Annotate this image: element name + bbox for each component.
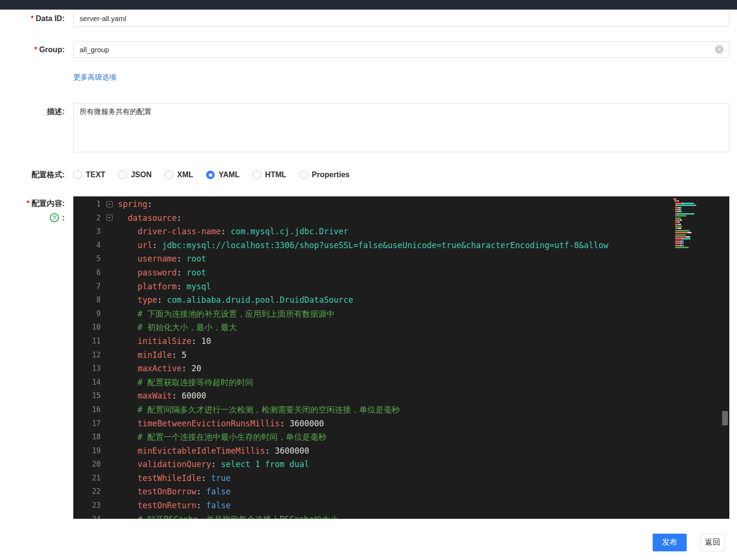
line-number: 6 — [73, 266, 101, 280]
description-label: 描述: — [0, 107, 65, 117]
editor-line[interactable]: 18 # 配置一个连接在池中最小生存的时间，单位是毫秒 — [73, 430, 729, 444]
group-label: *Group: — [0, 41, 65, 58]
editor-line[interactable]: 3 driver-class-name: com.mysql.cj.jdbc.D… — [73, 225, 729, 239]
editor-line[interactable]: 12 minIdle: 5 — [73, 348, 729, 362]
format-radio-yaml[interactable]: YAML — [206, 171, 240, 179]
editor-line[interactable]: 14 # 配置获取连接等待超时的时间 — [73, 376, 729, 389]
fold-icon[interactable]: − — [101, 197, 118, 211]
radio-circle-icon[interactable] — [118, 171, 127, 179]
editor-line[interactable]: 5 username: root — [73, 252, 729, 266]
clear-icon[interactable]: ✕ — [715, 45, 724, 54]
line-number: 16 — [73, 403, 101, 417]
editor-line[interactable]: 21 testWhileIdle: true — [73, 471, 729, 485]
content-help-row: ? : — [0, 213, 65, 222]
code-text: testOnReturn: false — [118, 499, 729, 513]
format-radio-xml[interactable]: XML — [164, 171, 193, 179]
code-text: minIdle: 5 — [118, 348, 729, 362]
editor-line[interactable]: 1−spring: — [73, 197, 729, 211]
fold-spacer — [101, 444, 118, 458]
radio-circle-icon[interactable] — [164, 171, 173, 179]
format-radio-properties[interactable]: Properties — [299, 171, 350, 179]
fold-spacer — [101, 376, 118, 389]
line-number: 7 — [73, 280, 101, 294]
fold-spacer — [101, 403, 118, 417]
code-text: password: root — [118, 266, 729, 280]
line-number: 5 — [73, 252, 101, 266]
editor-line[interactable]: 24 # 打开PSCache，并且指定每个连接上PSCache的大小 — [73, 513, 729, 519]
editor-line[interactable]: 22 testOnBorrow: false — [73, 485, 729, 499]
editor-line[interactable]: 7 platform: mysql — [73, 280, 729, 294]
code-text: maxWait: 60000 — [118, 389, 729, 403]
line-number: 22 — [73, 485, 101, 499]
data-id-label: *Data ID: — [0, 10, 65, 27]
fold-spacer — [101, 266, 118, 280]
code-text: maxActive: 20 — [118, 362, 729, 376]
format-radio-text[interactable]: TEXT — [73, 171, 105, 179]
fold-spacer — [101, 389, 118, 403]
editor-line[interactable]: 8 type: com.alibaba.druid.pool.DruidData… — [73, 293, 729, 307]
code-text: # 下面为连接池的补充设置，应用到上面所有数据源中 — [118, 307, 729, 321]
editor-line[interactable]: 16 # 配置间隔多久才进行一次检测，检测需要关闭的空闲连接，单位是毫秒 — [73, 403, 729, 417]
code-text: testWhileIdle: true — [118, 471, 729, 485]
advanced-options-link[interactable]: 更多高级选项 — [73, 73, 116, 82]
code-text: # 配置获取连接等待超时的时间 — [118, 376, 729, 389]
group-input[interactable] — [73, 41, 729, 58]
fold-spacer — [101, 499, 118, 513]
editor-line[interactable]: 23 testOnReturn: false — [73, 499, 729, 513]
fold-spacer — [101, 485, 118, 499]
editor-line[interactable]: 6 password: root — [73, 266, 729, 280]
editor-line[interactable]: 2− datasource: — [73, 211, 729, 225]
editor-line[interactable]: 17 timeBetweenEvictionRunsMillis: 360000… — [73, 417, 729, 431]
fold-spacer — [101, 252, 118, 266]
radio-circle-icon[interactable] — [206, 171, 215, 179]
line-number: 1 — [73, 197, 101, 211]
editor-line[interactable]: 9 # 下面为连接池的补充设置，应用到上面所有数据源中 — [73, 307, 729, 321]
config-edit-page: *Data ID: *Group: ✕ 更多高级选项 描述: 所有微服务共有的配… — [0, 0, 737, 560]
description-textarea[interactable]: 所有微服务共有的配置 — [73, 103, 729, 152]
back-button[interactable]: 返回 — [700, 534, 725, 551]
fold-spacer — [101, 430, 118, 444]
editor-line[interactable]: 19 minEvictableIdleTimeMillis: 3600000 — [73, 444, 729, 458]
code-text: timeBetweenEvictionRunsMillis: 3600000 — [118, 417, 729, 431]
code-text: validationQuery: select 1 from dual — [118, 457, 729, 471]
format-radio-json[interactable]: JSON — [118, 171, 152, 179]
radio-circle-icon[interactable] — [73, 171, 82, 179]
line-number: 18 — [73, 430, 101, 444]
radio-label: JSON — [131, 171, 152, 179]
help-icon[interactable]: ? — [50, 213, 59, 222]
fold-spacer — [101, 293, 118, 307]
editor-line[interactable]: 10 # 初始化大小，最小，最大 — [73, 320, 729, 334]
fold-icon[interactable]: − — [101, 211, 118, 225]
content-help-colon: : — [62, 214, 65, 222]
editor-scrollbar-thumb[interactable] — [722, 411, 728, 425]
required-asterisk: * — [34, 46, 37, 54]
code-text: url: jdbc:mysql://localhost:3306/shop?us… — [118, 239, 729, 252]
radio-circle-icon[interactable] — [299, 171, 308, 179]
data-id-input[interactable] — [73, 10, 729, 27]
line-number: 17 — [73, 417, 101, 431]
line-number: 15 — [73, 389, 101, 403]
fold-spacer — [101, 513, 118, 519]
radio-circle-icon[interactable] — [253, 171, 261, 179]
yaml-code-editor[interactable]: 1−spring:2− datasource:3 driver-class-na… — [73, 196, 729, 519]
editor-lines: 1−spring:2− datasource:3 driver-class-na… — [73, 196, 729, 519]
format-label: 配置格式: — [0, 168, 65, 182]
code-text: testOnBorrow: false — [118, 485, 729, 499]
fold-spacer — [101, 457, 118, 471]
editor-line[interactable]: 11 initialSize: 10 — [73, 334, 729, 348]
editor-minimap[interactable] — [673, 198, 696, 249]
publish-button[interactable]: 发布 — [653, 534, 687, 551]
fold-spacer — [101, 471, 118, 485]
line-number: 3 — [73, 225, 101, 239]
line-number: 11 — [73, 334, 101, 348]
editor-line[interactable]: 4 url: jdbc:mysql://localhost:3306/shop?… — [73, 239, 729, 252]
editor-line[interactable]: 20 validationQuery: select 1 from dual — [73, 457, 729, 471]
format-radio-html[interactable]: HTML — [253, 171, 286, 179]
editor-line[interactable]: 13 maxActive: 20 — [73, 362, 729, 376]
top-navbar — [0, 0, 737, 10]
editor-line[interactable]: 15 maxWait: 60000 — [73, 389, 729, 403]
radio-label: XML — [177, 171, 193, 179]
code-text: driver-class-name: com.mysql.cj.jdbc.Dri… — [118, 225, 729, 239]
fold-spacer — [101, 239, 118, 252]
line-number: 10 — [73, 320, 101, 334]
